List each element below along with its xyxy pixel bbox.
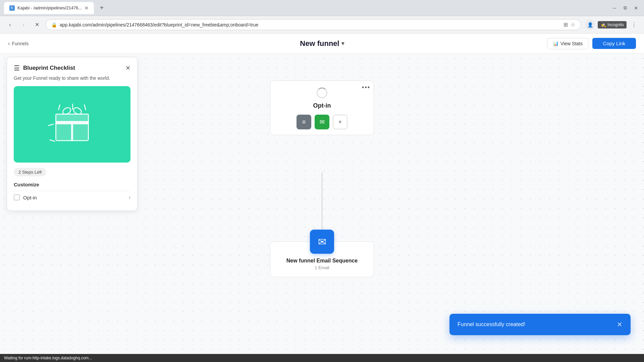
checklist-title: Blueprint Checklist <box>23 65 122 71</box>
list-action-button[interactable]: ≡ <box>297 115 311 129</box>
url-text: app.kajabi.com/admin/pipelines/214766846… <box>60 22 258 27</box>
forward-nav-button[interactable]: › <box>19 20 28 29</box>
optin-checkbox[interactable] <box>14 194 20 200</box>
address-bar-icons: ⊞ ☆ <box>564 21 575 28</box>
view-stats-button[interactable]: 📊 View Stats <box>547 38 588 49</box>
customize-section: Customize Opt-in › <box>14 182 130 204</box>
browser-chrome: K Kajabi - /admin/pipelines/21476... ✕ +… <box>0 0 644 16</box>
optin-label: Opt-in <box>23 195 125 200</box>
funnel-card-label: Opt-in <box>313 102 331 109</box>
email-seq-title: New funnel Email Sequence <box>277 258 367 264</box>
title-text: New funnel <box>300 39 339 48</box>
toast-close-button[interactable]: ✕ <box>617 320 623 328</box>
new-tab-button[interactable]: + <box>97 3 107 13</box>
checklist-header: ☰ Blueprint Checklist ✕ <box>14 64 130 72</box>
add-icon: + <box>338 119 342 126</box>
email-seq-subtitle: 1 Email <box>277 265 367 270</box>
status-bar: Waiting for rum-http-intake.logs.datadog… <box>0 354 644 362</box>
toast-message: Funnel successfully created! <box>458 321 525 327</box>
customize-optin-item[interactable]: Opt-in › <box>14 191 130 204</box>
page-title[interactable]: New funnel ▾ <box>300 39 344 48</box>
email-action-button[interactable]: ✉ <box>315 115 329 129</box>
back-to-funnels-link[interactable]: ‹ Funnels <box>8 41 29 47</box>
email-icon: ✉ <box>320 118 325 126</box>
blueprint-checklist-panel: ☰ Blueprint Checklist ✕ Get your Funnel … <box>7 57 138 211</box>
app-header: ‹ Funnels New funnel ▾ 📊 View Stats Copy… <box>0 34 644 54</box>
email-sequence-card: ✉ New funnel Email Sequence 1 Email <box>270 241 374 277</box>
header-actions: 📊 View Stats Copy Link <box>547 38 636 49</box>
gift-ribbon-vertical <box>71 121 73 141</box>
incognito-badge: 🕵 Incognito <box>598 21 627 28</box>
close-window-button[interactable]: ✕ <box>632 4 640 12</box>
checklist-close-button[interactable]: ✕ <box>125 64 130 72</box>
view-stats-label: View Stats <box>560 41 583 46</box>
toast-notification: Funnel successfully created! ✕ <box>449 314 631 335</box>
add-action-button[interactable]: + <box>333 115 347 129</box>
title-caret-icon: ▾ <box>341 40 344 47</box>
incognito-label: Incognito <box>607 22 624 27</box>
back-nav-button[interactable]: ‹ <box>5 20 15 29</box>
steps-left-badge: 2 Steps Left <box>14 168 46 176</box>
email-seq-content: New funnel Email Sequence 1 Email <box>270 258 374 277</box>
email-seq-icon: ✉ <box>310 230 334 254</box>
funnel-optin-card: ••• Opt-in ≡ ✉ + <box>270 80 374 135</box>
cast-icon[interactable]: ⊞ <box>564 21 568 28</box>
reload-button[interactable]: ✕ <box>32 20 42 29</box>
restore-button[interactable]: ⧉ <box>621 4 629 12</box>
menu-button[interactable]: ⋮ <box>629 20 639 29</box>
browser-actions: 👤 🕵 Incognito ⋮ <box>585 20 639 30</box>
minimize-button[interactable]: ─ <box>610 4 619 12</box>
copy-link-label: Copy Link <box>603 41 626 46</box>
tab-title: Kajabi - /admin/pipelines/21476... <box>17 5 82 10</box>
lock-icon: 🔒 <box>51 22 57 27</box>
customize-title: Customize <box>14 182 130 187</box>
tab-favicon: K <box>9 5 15 11</box>
browser-tab[interactable]: K Kajabi - /admin/pipelines/21476... ✕ <box>4 2 94 14</box>
view-stats-icon: 📊 <box>553 41 558 46</box>
copy-link-button[interactable]: Copy Link <box>592 38 636 49</box>
address-bar[interactable]: 🔒 app.kajabi.com/admin/pipelines/2147668… <box>46 19 581 30</box>
gift-box-graphic <box>55 108 89 141</box>
bookmark-icon[interactable]: ☆ <box>571 21 575 28</box>
checklist-description: Get your Funnel ready to share with the … <box>14 75 130 81</box>
status-text: Waiting for rum-http-intake.logs.datadog… <box>4 356 92 360</box>
funnel-action-icons: ≡ ✉ + <box>297 115 347 129</box>
funnel-card-inner: ••• Opt-in ≡ ✉ + <box>270 81 374 135</box>
loading-spinner <box>317 87 327 98</box>
checklist-icon: ☰ <box>14 64 20 72</box>
address-bar-row: ‹ › ✕ 🔒 app.kajabi.com/admin/pipelines/2… <box>0 16 644 34</box>
profile-icon[interactable]: 👤 <box>585 20 595 30</box>
back-label: Funnels <box>12 41 29 46</box>
incognito-icon: 🕵 <box>600 22 606 27</box>
checklist-hero-image <box>14 86 130 163</box>
list-icon: ≡ <box>302 119 306 126</box>
email-envelope-icon: ✉ <box>318 236 326 248</box>
funnel-more-button[interactable]: ••• <box>362 84 370 91</box>
back-arrow-icon: ‹ <box>8 41 10 47</box>
window-controls: ─ ⧉ ✕ <box>610 4 640 12</box>
optin-arrow-icon: › <box>129 194 130 200</box>
main-area: ••• Opt-in ≡ ✉ + <box>0 54 644 362</box>
middle-connector <box>322 173 322 230</box>
tab-close-button[interactable]: ✕ <box>85 5 89 11</box>
